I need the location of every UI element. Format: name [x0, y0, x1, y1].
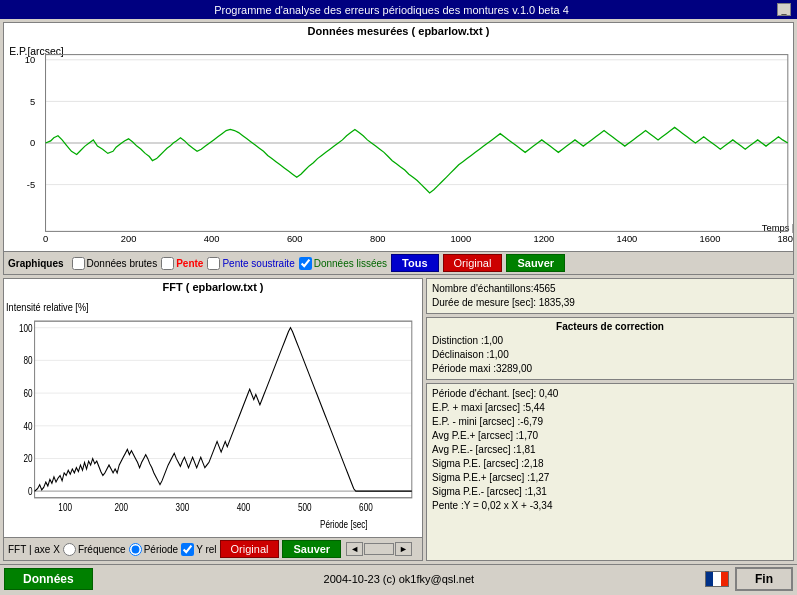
declinaison-line: Déclinaison :1,00	[432, 348, 788, 362]
main-content: Données mesurées ( epbarlow.txt ) E.P.[a…	[0, 19, 797, 592]
radio-period[interactable]	[129, 543, 142, 556]
cb-slope-label: Pente	[176, 258, 203, 269]
fft-original-button[interactable]: Original	[220, 540, 280, 558]
svg-text:40: 40	[23, 421, 32, 432]
top-chart-svg: E.P.[arcsec] 10 5 0 -5 0 200 400 600 800…	[4, 39, 793, 247]
info-panel: Nombre d'échantillons:4565 Durée de mesu…	[426, 278, 794, 561]
svg-text:1000: 1000	[450, 234, 471, 244]
fin-button[interactable]: Fin	[735, 567, 793, 591]
svg-text:1600: 1600	[700, 234, 721, 244]
svg-text:400: 400	[237, 502, 251, 513]
svg-text:0: 0	[43, 234, 48, 244]
svg-text:10: 10	[25, 55, 35, 65]
cb-slope-sub-group: Pente soustraite	[207, 257, 294, 270]
cb-raw-checkbox[interactable]	[72, 257, 85, 270]
flag-white	[713, 572, 720, 586]
svg-text:100: 100	[19, 323, 33, 334]
stat-line: Période d'échant. [sec]: 0,40	[432, 387, 788, 401]
minimize-button[interactable]: _	[777, 3, 791, 16]
stat-line: Sigma P.E. [arcsec] :2,18	[432, 457, 788, 471]
stat-line: E.P. + maxi [arcsec] :5,44	[432, 401, 788, 415]
cb-slope-sub-checkbox[interactable]	[207, 257, 220, 270]
top-chart-title: Données mesurées ( epbarlow.txt )	[4, 23, 793, 39]
controls-bar: Graphiques Données brutes Pente Pente so…	[3, 252, 794, 275]
svg-text:5: 5	[30, 97, 35, 107]
radio-freq-group: Fréquence	[63, 543, 126, 556]
svg-text:60: 60	[23, 388, 32, 399]
svg-text:200: 200	[114, 502, 128, 513]
flag-blue	[706, 572, 713, 586]
svg-text:100: 100	[58, 502, 72, 513]
svg-text:600: 600	[359, 502, 373, 513]
svg-text:300: 300	[176, 502, 190, 513]
bottom-section: FFT ( epbarlow.txt ) Intensité relative …	[3, 278, 794, 561]
stat-line: Sigma P.E.+ [arcsec] :1,27	[432, 471, 788, 485]
fft-sauver-button[interactable]: Sauver	[282, 540, 341, 558]
duration-label: Durée de mesure [sec]: 1835,39	[432, 296, 788, 310]
fft-scroll-right[interactable]: ►	[395, 542, 412, 556]
bottom-bar: Données 2004-10-23 (c) ok1fky@qsl.net Fi…	[0, 564, 797, 592]
radio-period-label: Période	[144, 544, 178, 555]
svg-text:20: 20	[23, 454, 32, 465]
svg-text:Période [sec]: Période [sec]	[320, 519, 368, 530]
distinction-line: Distinction :1,00	[432, 334, 788, 348]
graphiques-label: Graphiques	[8, 258, 64, 269]
cb-slope-group: Pente	[161, 257, 203, 270]
svg-text:Intensité relative [%]: Intensité relative [%]	[6, 300, 89, 313]
title-bar: Programme d'analyse des erreurs périodiq…	[0, 0, 797, 19]
cb-slope-sub-label: Pente soustraite	[222, 258, 294, 269]
radio-period-group: Période	[129, 543, 178, 556]
fft-scroll-left[interactable]: ◄	[346, 542, 363, 556]
svg-text:0: 0	[30, 138, 35, 148]
svg-text:400: 400	[204, 234, 220, 244]
radio-freq[interactable]	[63, 543, 76, 556]
stat-line: Sigma P.E.- [arcsec] :1,31	[432, 485, 788, 499]
svg-text:1200: 1200	[533, 234, 554, 244]
factors-title: Facteurs de correction	[432, 321, 788, 332]
svg-text:500: 500	[298, 502, 312, 513]
stat-line: E.P. - mini [arcsec] :-6,79	[432, 415, 788, 429]
fft-chart-canvas: Intensité relative [%] 100 80 60 40 20 0…	[4, 295, 422, 537]
top-chart-canvas: E.P.[arcsec] 10 5 0 -5 0 200 400 600 800…	[4, 39, 793, 247]
stats-box: Période d'échant. [sec]: 0,40E.P. + maxi…	[426, 383, 794, 561]
top-original-button[interactable]: Original	[443, 254, 503, 272]
svg-text:-5: -5	[27, 180, 35, 190]
cb-smooth-checkbox[interactable]	[299, 257, 312, 270]
status-text: 2004-10-23 (c) ok1fky@qsl.net	[324, 573, 475, 585]
svg-text:1800: 1800	[777, 234, 793, 244]
stat-line: Avg P.E.- [arcsec] :1,81	[432, 443, 788, 457]
radio-freq-label: Fréquence	[78, 544, 126, 555]
top-sauver-button[interactable]: Sauver	[506, 254, 565, 272]
fft-controls: FFT | axe X Fréquence Période Y rel Orig…	[4, 537, 422, 560]
cb-yrel-checkbox[interactable]	[181, 543, 194, 556]
cb-raw-group: Données brutes	[72, 257, 158, 270]
fft-chart-title: FFT ( epbarlow.txt )	[4, 279, 422, 295]
svg-text:200: 200	[121, 234, 137, 244]
svg-text:800: 800	[370, 234, 386, 244]
factors-box: Facteurs de correction Distinction :1,00…	[426, 317, 794, 380]
cb-smooth-group: Données lissées	[299, 257, 387, 270]
flag-icon	[705, 571, 729, 587]
fft-axe-label: FFT | axe X	[8, 544, 60, 555]
samples-box: Nombre d'échantillons:4565 Durée de mesu…	[426, 278, 794, 314]
samples-label: Nombre d'échantillons:4565	[432, 282, 788, 296]
donnees-button[interactable]: Données	[4, 568, 93, 590]
fft-area: FFT ( epbarlow.txt ) Intensité relative …	[3, 278, 423, 561]
stat-line: Avg P.E.+ [arcsec] :1,70	[432, 429, 788, 443]
fft-chart-svg: Intensité relative [%] 100 80 60 40 20 0…	[4, 295, 422, 537]
cb-smooth-label: Données lissées	[314, 258, 387, 269]
cb-raw-label: Données brutes	[87, 258, 158, 269]
cb-yrel-group: Y rel	[181, 543, 216, 556]
stat-line: Pente :Y = 0,02 x X + -3,34	[432, 499, 788, 513]
cb-yrel-label: Y rel	[196, 544, 216, 555]
cb-slope-checkbox[interactable]	[161, 257, 174, 270]
fft-scrollbar[interactable]	[364, 543, 394, 555]
tous-button[interactable]: Tous	[391, 254, 438, 272]
flag-red	[721, 572, 728, 586]
right-bottom: Fin	[705, 567, 793, 591]
periode-maxi-line: Période maxi :3289,00	[432, 362, 788, 376]
svg-rect-40	[35, 321, 412, 498]
svg-text:0: 0	[28, 486, 33, 497]
top-chart-container: Données mesurées ( epbarlow.txt ) E.P.[a…	[3, 22, 794, 252]
svg-text:1400: 1400	[617, 234, 638, 244]
